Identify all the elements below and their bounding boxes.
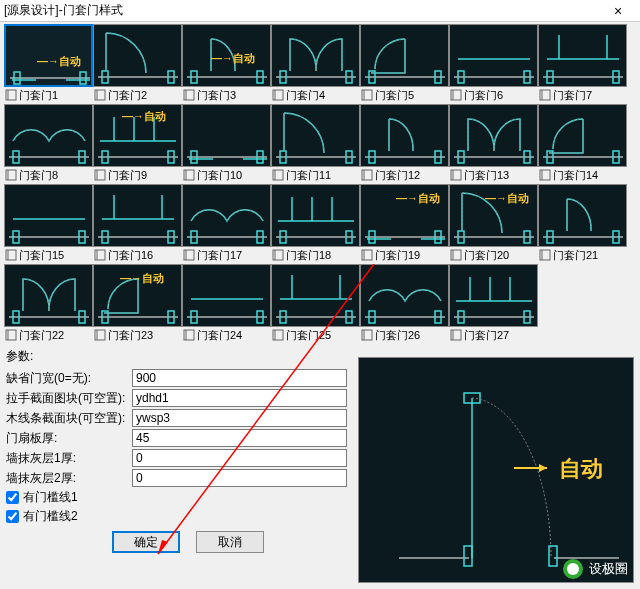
style-cell[interactable]: —→自动门套门20 — [449, 184, 538, 264]
style-thumb: —→自动 — [93, 104, 182, 167]
style-label: 门套门15 — [19, 248, 64, 263]
door-icon — [93, 328, 107, 342]
style-cell[interactable]: 门套门24 — [182, 264, 271, 344]
style-caption: 门套门21 — [538, 247, 627, 263]
door-icon — [449, 88, 463, 102]
style-cell[interactable]: 门套门6 — [449, 24, 538, 104]
door-icon — [182, 248, 196, 262]
style-cell[interactable]: 门套门7 — [538, 24, 627, 104]
style-caption: 门套门23 — [93, 327, 182, 343]
frame-input[interactable] — [132, 409, 347, 427]
style-cell[interactable]: 门套门22 — [4, 264, 93, 344]
style-caption: 门套门13 — [449, 167, 538, 183]
style-thumb: —→自动 — [4, 24, 93, 87]
style-thumb — [271, 264, 360, 327]
door-icon — [271, 248, 285, 262]
auto-label: —→自动 — [485, 191, 529, 206]
style-label: 门套门1 — [19, 88, 58, 103]
lintel2-label: 有门槛线2 — [23, 508, 78, 525]
style-caption: 门套门7 — [538, 87, 627, 103]
style-thumb — [538, 104, 627, 167]
door-icon — [538, 168, 552, 182]
style-label: 门套门16 — [108, 248, 153, 263]
style-cell[interactable]: 门套门5 — [360, 24, 449, 104]
window-title: [源泉设计]-门套门样式 — [4, 2, 123, 19]
style-thumb: —→自动 — [182, 24, 271, 87]
handle-input[interactable] — [132, 389, 347, 407]
wechat-icon — [563, 559, 583, 579]
style-caption: 门套门24 — [182, 327, 271, 343]
plaster1-input[interactable] — [132, 449, 347, 467]
lintel2-checkbox[interactable] — [6, 510, 19, 523]
style-cell[interactable]: —→自动门套门9 — [93, 104, 182, 184]
params-panel: 参数: 缺省门宽(0=无): 拉手截面图块(可空置): 木线条截面块(可空置):… — [0, 344, 353, 557]
style-label: 门套门4 — [286, 88, 325, 103]
style-cell[interactable]: —→自动门套门1 — [4, 24, 93, 104]
plaster2-input[interactable] — [132, 469, 347, 487]
style-cell[interactable]: 门套门14 — [538, 104, 627, 184]
style-caption: 门套门9 — [93, 167, 182, 183]
params-header: 参数: — [6, 348, 347, 365]
door-icon — [4, 88, 18, 102]
style-cell[interactable]: 门套门11 — [271, 104, 360, 184]
svg-rect-137 — [464, 546, 472, 566]
style-cell[interactable]: 门套门10 — [182, 104, 271, 184]
style-caption: 门套门8 — [4, 167, 93, 183]
style-thumb — [449, 24, 538, 87]
style-thumb — [449, 264, 538, 327]
style-label: 门套门12 — [375, 168, 420, 183]
style-caption: 门套门18 — [271, 247, 360, 263]
style-cell[interactable]: 门套门27 — [449, 264, 538, 344]
style-thumb — [4, 104, 93, 167]
style-cell[interactable]: —→自动门套门3 — [182, 24, 271, 104]
cancel-button[interactable]: 取消 — [196, 531, 264, 553]
style-label: 门套门8 — [19, 168, 58, 183]
style-caption: 门套门17 — [182, 247, 271, 263]
style-cell[interactable]: 门套门26 — [360, 264, 449, 344]
style-label: 门套门3 — [197, 88, 236, 103]
leaf-input[interactable] — [132, 429, 347, 447]
style-cell[interactable]: 门套门2 — [93, 24, 182, 104]
preview-auto-label: 自动 — [559, 454, 603, 484]
style-label: 门套门11 — [286, 168, 331, 183]
style-label: 门套门13 — [464, 168, 509, 183]
style-thumb — [182, 184, 271, 247]
style-thumb: —→自动 — [360, 184, 449, 247]
door-icon — [360, 88, 374, 102]
style-cell[interactable]: 门套门8 — [4, 104, 93, 184]
style-label: 门套门5 — [375, 88, 414, 103]
style-cell[interactable]: 门套门18 — [271, 184, 360, 264]
style-label: 门套门26 — [375, 328, 420, 343]
style-cell[interactable]: 门套门13 — [449, 104, 538, 184]
style-cell[interactable]: 门套门21 — [538, 184, 627, 264]
style-caption: 门套门16 — [93, 247, 182, 263]
auto-label: —→自动 — [37, 54, 81, 69]
style-cell[interactable]: 门套门16 — [93, 184, 182, 264]
style-caption: 门套门5 — [360, 87, 449, 103]
titlebar: [源泉设计]-门套门样式 × — [0, 0, 640, 22]
style-label: 门套门18 — [286, 248, 331, 263]
lintel1-checkbox[interactable] — [6, 491, 19, 504]
style-cell[interactable]: 门套门4 — [271, 24, 360, 104]
door-icon — [182, 168, 196, 182]
style-label: 门套门6 — [464, 88, 503, 103]
style-label: 门套门23 — [108, 328, 153, 343]
style-cell[interactable]: 门套门12 — [360, 104, 449, 184]
door-icon — [360, 168, 374, 182]
width-input[interactable] — [132, 369, 347, 387]
style-cell[interactable]: —→自动门套门23 — [93, 264, 182, 344]
door-icon — [538, 248, 552, 262]
door-icon — [93, 248, 107, 262]
style-thumb — [538, 184, 627, 247]
style-label: 门套门10 — [197, 168, 242, 183]
style-cell[interactable]: 门套门25 — [271, 264, 360, 344]
ok-button[interactable]: 确定 — [112, 531, 180, 553]
door-icon — [449, 248, 463, 262]
style-caption: 门套门25 — [271, 327, 360, 343]
style-cell[interactable]: —→自动门套门19 — [360, 184, 449, 264]
plaster2-label: 墙抹灰层2厚: — [6, 470, 128, 487]
style-cell[interactable]: 门套门17 — [182, 184, 271, 264]
close-icon[interactable]: × — [600, 3, 636, 19]
style-thumb — [449, 104, 538, 167]
style-cell[interactable]: 门套门15 — [4, 184, 93, 264]
